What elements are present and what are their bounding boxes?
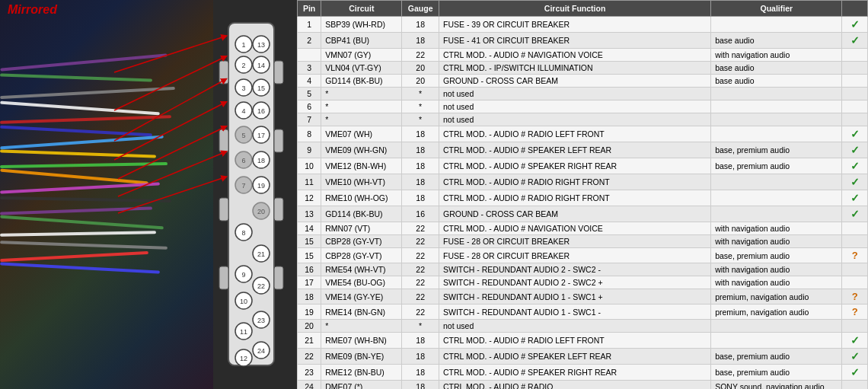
- checkmark-icon: ✓: [850, 18, 860, 30]
- cell-qualifier: base audio: [711, 62, 842, 75]
- svg-rect-6: [274, 198, 283, 221]
- cell-pin: 10: [298, 158, 321, 174]
- cell-gauge: *: [402, 100, 439, 113]
- cell-gauge: 18: [402, 381, 439, 390]
- question-icon: ?: [852, 250, 858, 261]
- cell-function: CTRL MOD. - AUDIO # NAVIGATION VOICE: [439, 222, 711, 235]
- cell-function: FUSE - 28 OR CIRCUIT BREAKER: [439, 235, 711, 248]
- cell-gauge: 18: [402, 33, 439, 49]
- wire-black: [0, 196, 171, 202]
- cell-function: GROUND - CROSS CAR BEAM: [439, 75, 711, 88]
- wire-purple2: [0, 207, 152, 215]
- cell-gauge: 22: [402, 263, 439, 276]
- svg-text:20: 20: [257, 208, 265, 215]
- table-row: 3VLN04 (VT-GY)20CTRL MOD. - IP/SWITCH IL…: [298, 62, 868, 75]
- cell-check: [842, 276, 868, 289]
- svg-text:14: 14: [257, 62, 265, 69]
- svg-rect-3: [219, 129, 228, 152]
- wire-blue2: [0, 263, 160, 274]
- cell-qualifier: base audio: [711, 33, 842, 49]
- cell-circuit: CBP41 (BU): [321, 33, 402, 49]
- cell-gauge: 18: [402, 349, 439, 365]
- table-row: 17VME54 (BU-OG)22SWITCH - REDUNDANT AUDI…: [298, 276, 868, 289]
- cell-pin: 22: [298, 349, 321, 365]
- cell-gauge: 22: [402, 49, 439, 62]
- cell-check: ✓: [842, 190, 868, 206]
- svg-text:4: 4: [241, 107, 245, 115]
- cell-check: [842, 62, 868, 75]
- cell-circuit: RME54 (WH-VT): [321, 263, 402, 276]
- cell-gauge: 20: [402, 75, 439, 88]
- cell-check: [842, 49, 868, 62]
- cell-qualifier: base, premium audio: [711, 248, 842, 263]
- cell-circuit: RME09 (BN-YE): [321, 349, 402, 365]
- cell-gauge: 22: [402, 222, 439, 235]
- table-row: 9VME09 (WH-GN)18CTRL MOD. - AUDIO # SPEA…: [298, 142, 868, 158]
- cell-function: FUSE - 39 OR CIRCUIT BREAKER: [439, 17, 711, 33]
- cell-function: SWITCH - REDUNDANT AUDIO 1 - SWC1 -: [439, 305, 711, 320]
- wire-gray2: [0, 241, 168, 250]
- checkmark-icon: ✓: [850, 366, 860, 378]
- cell-function: not used: [439, 88, 711, 100]
- table-row: 12RME10 (WH-OG)18CTRL MOD. - AUDIO # RAD…: [298, 190, 868, 206]
- table-row: 15CBP28 (GY-VT)22FUSE - 28 OR CIRCUIT BR…: [298, 235, 868, 248]
- cell-qualifier: with navigation audio: [711, 263, 842, 276]
- cell-qualifier: [711, 17, 842, 33]
- wire-green: [0, 74, 152, 82]
- table-row: 11VME10 (WH-VT)18CTRL MOD. - AUDIO # RAD…: [298, 174, 868, 190]
- cell-circuit: CBP28 (GY-VT): [321, 235, 402, 248]
- cell-function: CTRL MOD. - AUDIO # SPEAKER RIGHT REAR: [439, 158, 711, 174]
- cell-check: [842, 320, 868, 333]
- cell-function: FUSE - 41 OR CIRCUIT BREAKER: [439, 33, 711, 49]
- cell-circuit: GD114 (BK-BU): [321, 206, 402, 222]
- cell-pin: 24: [298, 381, 321, 390]
- checkmark-icon: ✓: [850, 160, 860, 172]
- cell-circuit: DME07 (*): [321, 381, 402, 390]
- cell-check: [842, 75, 868, 88]
- cell-qualifier: base, premium audio: [711, 142, 842, 158]
- cell-pin: 8: [298, 126, 321, 142]
- cell-qualifier: base, premium audio: [711, 158, 842, 174]
- table-row: 2CBP41 (BU)18FUSE - 41 OR CIRCUIT BREAKE…: [298, 33, 868, 49]
- pin-table: Pin Circuit Gauge Circuit Function Quali…: [297, 0, 868, 389]
- svg-text:16: 16: [257, 107, 265, 115]
- cell-pin: 4: [298, 75, 321, 88]
- cell-circuit: *: [321, 113, 402, 126]
- cell-circuit: VLN04 (VT-GY): [321, 62, 402, 75]
- checkmark-icon: ✓: [850, 144, 860, 156]
- table-row: 8VME07 (WH)18CTRL MOD. - AUDIO # RADIO L…: [298, 126, 868, 142]
- wire-blue: [0, 126, 152, 136]
- cell-qualifier: [711, 320, 842, 333]
- right-panel[interactable]: Pin Circuit Gauge Circuit Function Quali…: [297, 0, 868, 389]
- cell-qualifier: with navigation audio: [711, 276, 842, 289]
- svg-text:7: 7: [241, 182, 245, 190]
- left-panel: Mirrored: [0, 0, 297, 389]
- table-row: 20**not used: [298, 320, 868, 333]
- cell-gauge: *: [402, 320, 439, 333]
- cell-check: ?: [842, 248, 868, 263]
- wire-yellow: [0, 149, 156, 158]
- photo-background: [0, 0, 213, 389]
- table-row: 23RME12 (BN-BU)18CTRL MOD. - AUDIO # SPE…: [298, 365, 868, 381]
- cell-circuit: RME12 (BN-BU): [321, 365, 402, 381]
- wire-white: [0, 101, 160, 116]
- svg-text:13: 13: [257, 41, 265, 49]
- table-row: 13GD114 (BK-BU)16GROUND - CROSS CAR BEAM…: [298, 206, 868, 222]
- cell-circuit: RMN07 (VT): [321, 222, 402, 235]
- table-row: 6**not used: [298, 100, 868, 113]
- cell-function: SWITCH - REDUNDANT AUDIO 1 - SWC1 +: [439, 289, 711, 305]
- cell-check: [842, 113, 868, 126]
- cell-check: ✓: [842, 142, 868, 158]
- cell-gauge: 22: [402, 289, 439, 305]
- svg-text:24: 24: [257, 347, 265, 355]
- cell-function: SWITCH - REDUNDANT AUDIO 2 - SWC2 -: [439, 263, 711, 276]
- cell-function: CTRL MOD. - AUDIO # RADIO RIGHT FRONT: [439, 190, 711, 206]
- cell-check: [842, 100, 868, 113]
- cell-pin: 2: [298, 33, 321, 49]
- cell-qualifier: [711, 113, 842, 126]
- cell-pin: 11: [298, 174, 321, 190]
- cell-function: CTRL MOD. - AUDIO # RADIO LEFT FRONT: [439, 126, 711, 142]
- cell-circuit: *: [321, 100, 402, 113]
- cell-function: GROUND - CROSS CAR BEAM: [439, 206, 711, 222]
- cell-pin: 20: [298, 320, 321, 333]
